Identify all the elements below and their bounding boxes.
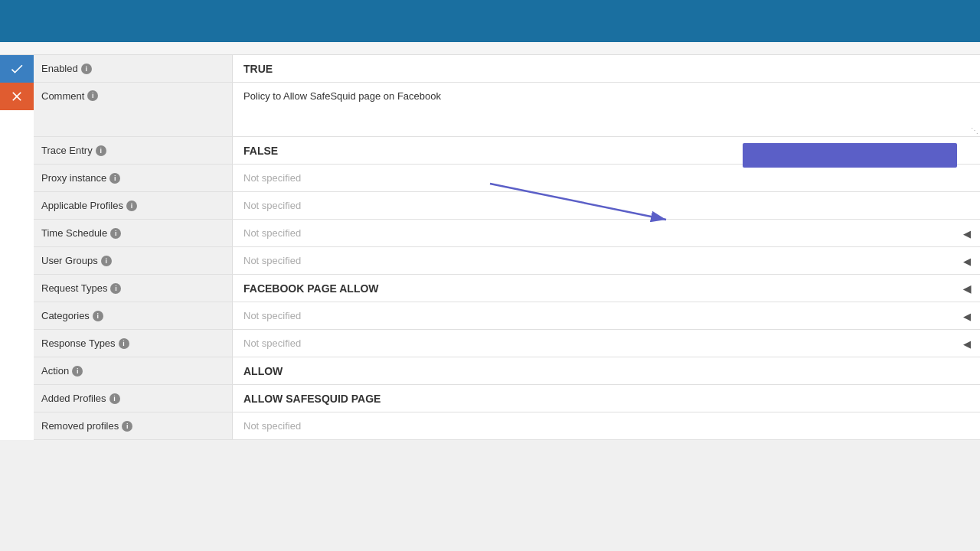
row-value: ALLOW	[233, 357, 980, 384]
nav-icon[interactable]: ◀	[963, 310, 971, 321]
row-value: Not specified◀	[233, 220, 980, 246]
row-label: Time Schedulei	[34, 220, 233, 246]
row-label: User Groupsi	[34, 247, 233, 274]
value-text: TRUE	[243, 63, 273, 75]
info-icon[interactable]: i	[87, 90, 98, 101]
nav-icon[interactable]: ◀	[963, 227, 971, 239]
label-text: Action	[41, 365, 69, 377]
label-text: Time Schedule	[41, 227, 107, 239]
row-value: Not specified	[233, 412, 980, 439]
row-label: Request Typesi	[34, 275, 233, 302]
label-text: User Groups	[41, 255, 98, 266]
label-text: Response Types	[41, 337, 116, 349]
row-value: FACEBOOK PAGE ALLOW◀	[233, 275, 980, 302]
nav-icon[interactable]: ◀	[963, 282, 971, 294]
row-value: TRUE	[233, 55, 980, 82]
row-label: Categoriesi	[34, 302, 233, 329]
row-value: Policy to Allow SafeSquid page on Facebo…	[233, 83, 980, 136]
content-area: EnablediTRUECommentiPolicy to Allow Safe…	[0, 55, 980, 440]
value-text: Not specified	[243, 172, 301, 184]
table-row: CategoriesiNot specified◀	[34, 302, 980, 330]
value-text: Not specified	[243, 420, 301, 432]
row-value: Not specified◀	[233, 247, 980, 274]
value-text: Not specified	[243, 337, 301, 349]
value-text: Not specified	[243, 227, 301, 239]
row-value: Not specified◀	[233, 302, 980, 329]
sub-bar	[0, 42, 980, 55]
info-icon[interactable]: i	[122, 421, 132, 432]
label-text: Applicable Profiles	[41, 200, 123, 211]
row-label: Applicable Profilesi	[34, 192, 233, 219]
table-row: Time ScheduleiNot specified◀	[34, 220, 980, 247]
row-label: Commenti	[34, 83, 233, 136]
value-text: ALLOW	[243, 365, 283, 377]
table-row: CommentiPolicy to Allow SafeSquid page o…	[34, 83, 980, 137]
label-text: Trace Entry	[41, 145, 93, 156]
check-icon	[9, 61, 24, 77]
row-label: Proxy instancei	[34, 165, 233, 191]
row-label: Actioni	[34, 357, 233, 384]
nav-icon[interactable]: ◀	[963, 255, 971, 266]
row-label: Added Profilesi	[34, 385, 233, 412]
value-text: FALSE	[243, 145, 278, 157]
label-text: Proxy instance	[41, 172, 106, 184]
table-row: ActioniALLOW	[34, 357, 980, 385]
label-text: Categories	[41, 310, 90, 321]
row-label: Trace Entryi	[34, 137, 233, 164]
label-text: Request Types	[41, 282, 107, 294]
value-text: FACEBOOK PAGE ALLOW	[243, 282, 379, 295]
info-icon[interactable]: i	[119, 338, 129, 349]
info-icon[interactable]: i	[109, 393, 120, 404]
value-text: ALLOW SAFESQUID PAGE	[243, 393, 381, 405]
side-buttons	[0, 55, 34, 440]
table-row: Proxy instanceiNot specified	[34, 165, 980, 192]
enabled-button[interactable]	[0, 55, 34, 83]
info-icon[interactable]: i	[110, 283, 121, 294]
table-row: Response TypesiNot specified◀	[34, 330, 980, 357]
info-icon[interactable]: i	[110, 228, 121, 239]
nav-icon[interactable]: ◀	[963, 337, 971, 349]
table-row: Added ProfilesiALLOW SAFESQUID PAGE	[34, 385, 980, 412]
label-text: Comment	[41, 90, 84, 102]
info-icon[interactable]: i	[96, 145, 106, 156]
label-text: Enabled	[41, 63, 78, 74]
cancel-button[interactable]	[0, 83, 34, 110]
info-icon[interactable]: i	[126, 201, 137, 211]
form-rows: EnablediTRUECommentiPolicy to Allow Safe…	[34, 55, 980, 440]
label-text: Added Profiles	[41, 393, 106, 404]
resize-handle[interactable]: ⋱	[971, 126, 978, 135]
close-icon	[9, 89, 24, 104]
value-text: Not specified	[243, 200, 301, 211]
row-label: Removed profilesi	[34, 412, 233, 439]
top-bar	[0, 0, 980, 42]
table-row: User GroupsiNot specified◀	[34, 247, 980, 275]
table-row: Applicable ProfilesiNot specified	[34, 192, 980, 220]
callout-box	[743, 143, 957, 168]
table-row: Removed profilesiNot specified	[34, 412, 980, 440]
table-row: EnablediTRUE	[34, 55, 980, 83]
row-label: Response Typesi	[34, 330, 233, 357]
row-value: ALLOW SAFESQUID PAGE	[233, 385, 980, 412]
info-icon[interactable]: i	[101, 256, 112, 266]
info-icon[interactable]: i	[93, 311, 103, 321]
label-text: Removed profiles	[41, 420, 119, 432]
row-label: Enabledi	[34, 55, 233, 82]
row-value: Not specified◀	[233, 330, 980, 357]
table-row: Request TypesiFACEBOOK PAGE ALLOW◀	[34, 275, 980, 302]
info-icon[interactable]: i	[72, 366, 83, 377]
row-value: Not specified	[233, 165, 980, 191]
value-text: Not specified	[243, 310, 301, 321]
info-icon[interactable]: i	[81, 64, 92, 74]
info-icon[interactable]: i	[109, 173, 120, 184]
row-value: Not specified	[233, 192, 980, 219]
value-text: Policy to Allow SafeSquid page on Facebo…	[243, 90, 441, 102]
value-text: Not specified	[243, 255, 301, 266]
